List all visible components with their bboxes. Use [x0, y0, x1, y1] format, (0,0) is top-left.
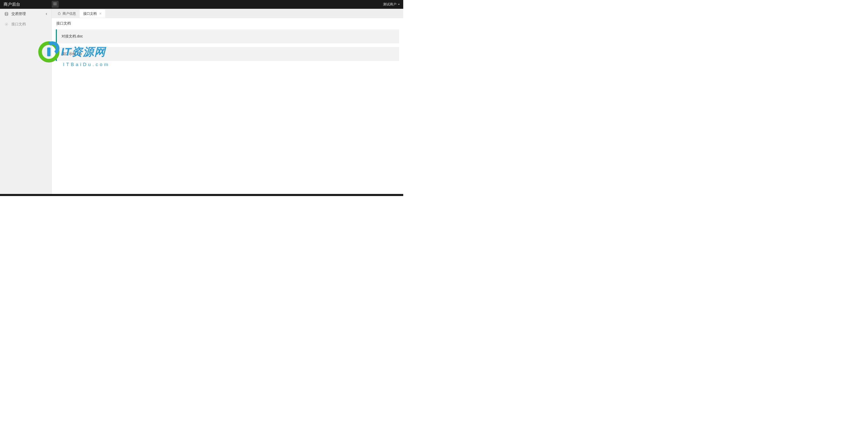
- topbar: 商户后台 测试商户: [0, 0, 403, 9]
- sidebar-item-label: 接口文档: [11, 22, 26, 27]
- sidebar-item-api-docs[interactable]: 接口文档: [0, 19, 52, 29]
- content-area: 对接文档.doc 接口示例.zip: [52, 29, 403, 65]
- app-container: 交易管理 接口文档 商户信息: [0, 9, 403, 194]
- gear-icon: [4, 22, 9, 26]
- tab-bar: 商户信息 接口文档: [52, 9, 403, 18]
- database-icon: [4, 12, 9, 16]
- tab-api-docs[interactable]: 接口文档: [80, 9, 105, 18]
- list-icon: [53, 2, 57, 7]
- tab-label: 商户信息: [63, 11, 76, 16]
- sidebar-item-transactions[interactable]: 交易管理: [0, 9, 52, 19]
- svg-point-2: [54, 4, 54, 4]
- tab-label: 接口文档: [83, 11, 97, 16]
- main-area: 商户信息 接口文档 接口文档 对接文档.doc 接口示例.zip: [52, 9, 403, 194]
- bottom-bar: [0, 194, 403, 196]
- home-icon: [57, 12, 61, 16]
- svg-point-7: [6, 24, 7, 25]
- file-name: 对接文档.doc: [62, 34, 83, 38]
- file-item[interactable]: 接口示例.zip: [56, 47, 399, 61]
- chevron-left-icon: [45, 12, 48, 16]
- tab-merchant-info[interactable]: 商户信息: [54, 9, 80, 18]
- svg-point-0: [54, 3, 54, 3]
- close-icon[interactable]: [99, 12, 101, 15]
- svg-point-6: [5, 12, 8, 13]
- file-name: 接口示例.zip: [62, 52, 82, 56]
- sidebar-item-label: 交易管理: [11, 12, 26, 16]
- user-menu-dropdown[interactable]: 测试商户: [383, 0, 400, 9]
- caret-down-icon: [398, 3, 400, 6]
- svg-point-4: [54, 5, 54, 5]
- file-item[interactable]: 对接文档.doc: [56, 29, 399, 43]
- app-title: 商户后台: [4, 2, 20, 7]
- user-label: 测试商户: [383, 2, 397, 7]
- page-title: 接口文档: [52, 18, 403, 29]
- sidebar-toggle-button[interactable]: [52, 1, 59, 8]
- sidebar: 交易管理 接口文档: [0, 9, 52, 194]
